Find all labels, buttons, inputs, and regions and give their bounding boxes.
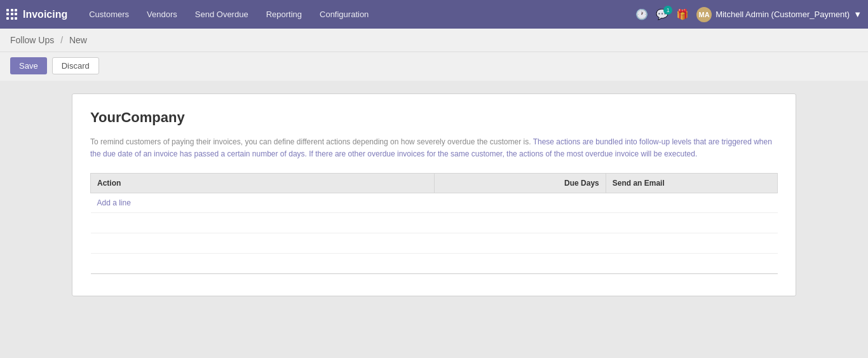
nav-customers[interactable]: Customers xyxy=(80,0,138,29)
navbar: Invoicing Customers Vendors Send Overdue… xyxy=(0,0,868,29)
table-header-row: Action Due Days Send an Email xyxy=(91,174,778,193)
col-header-email: Send an Email xyxy=(606,174,777,193)
breadcrumb-current: New xyxy=(69,35,87,45)
table-row xyxy=(91,254,778,274)
table-row xyxy=(91,213,778,233)
app-title: Invoicing xyxy=(23,9,67,20)
dropdown-chevron-icon: ▼ xyxy=(853,10,862,19)
breadcrumb-area: Follow Ups / New xyxy=(0,29,868,52)
main-nav: Customers Vendors Send Overdue Reporting… xyxy=(80,0,377,29)
description-part1: To remind customers of paying their invo… xyxy=(90,137,531,146)
table-row xyxy=(91,233,778,254)
company-name: YourCompany xyxy=(90,109,778,126)
main-content: YourCompany To remind customers of payin… xyxy=(0,81,868,358)
save-button[interactable]: Save xyxy=(10,57,47,74)
discard-button[interactable]: Discard xyxy=(52,57,99,74)
add-line-cell: Add a line xyxy=(91,193,778,213)
nav-vendors[interactable]: Vendors xyxy=(138,0,186,29)
form-card: YourCompany To remind customers of payin… xyxy=(72,93,796,296)
chat-icon[interactable]: 💬 1 xyxy=(656,8,668,20)
nav-reporting[interactable]: Reporting xyxy=(257,0,311,29)
navbar-right: 🕐 💬 1 🎁 MA Mitchell Admin (Customer_Paym… xyxy=(635,7,862,22)
gift-icon[interactable]: 🎁 xyxy=(676,8,689,20)
clock-icon[interactable]: 🕐 xyxy=(635,8,648,20)
add-line-button[interactable]: Add a line xyxy=(97,198,131,207)
breadcrumb: Follow Ups / New xyxy=(10,35,858,45)
description-part3: If there are other overdue invoices for … xyxy=(309,149,697,158)
add-line-row: Add a line xyxy=(91,193,778,213)
col-header-action: Action xyxy=(91,174,435,193)
nav-configuration[interactable]: Configuration xyxy=(311,0,377,29)
breadcrumb-separator: / xyxy=(60,35,63,45)
breadcrumb-parent[interactable]: Follow Ups xyxy=(10,35,54,45)
nav-send-overdue[interactable]: Send Overdue xyxy=(186,0,257,29)
user-name: Mitchell Admin (Customer_Payment) xyxy=(715,10,850,19)
col-header-duedays: Due Days xyxy=(434,174,606,193)
toolbar: Save Discard xyxy=(0,52,868,81)
actions-table: Action Due Days Send an Email Add a line xyxy=(90,173,778,274)
notification-badge: 1 xyxy=(663,6,672,15)
navbar-brand[interactable]: Invoicing xyxy=(6,9,67,20)
grid-icon xyxy=(6,9,18,20)
user-menu[interactable]: MA Mitchell Admin (Customer_Payment) ▼ xyxy=(696,7,862,22)
avatar: MA xyxy=(696,7,712,22)
description-text: To remind customers of paying their invo… xyxy=(90,136,778,160)
